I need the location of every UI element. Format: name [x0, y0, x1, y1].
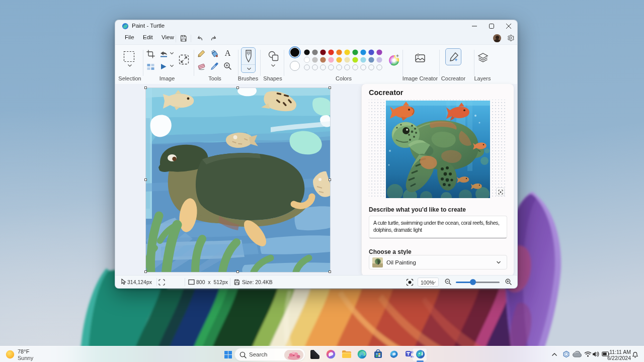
svg-text:A: A: [225, 49, 231, 57]
